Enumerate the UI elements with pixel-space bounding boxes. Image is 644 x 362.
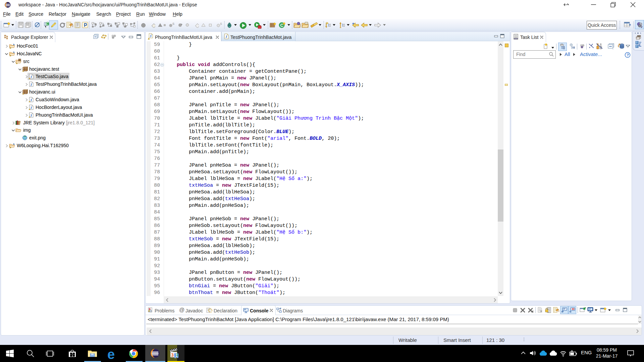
svg-text:1: 1	[174, 353, 176, 357]
svg-text:S: S	[172, 22, 174, 25]
svg-text:J: J	[641, 25, 642, 28]
svg-text:3: 3	[171, 352, 174, 358]
svg-text:?: ?	[627, 53, 629, 57]
svg-text:J: J	[225, 35, 227, 39]
svg-text:J: J	[150, 35, 152, 38]
svg-text:1: 1	[176, 353, 178, 357]
svg-text:S: S	[220, 22, 222, 25]
